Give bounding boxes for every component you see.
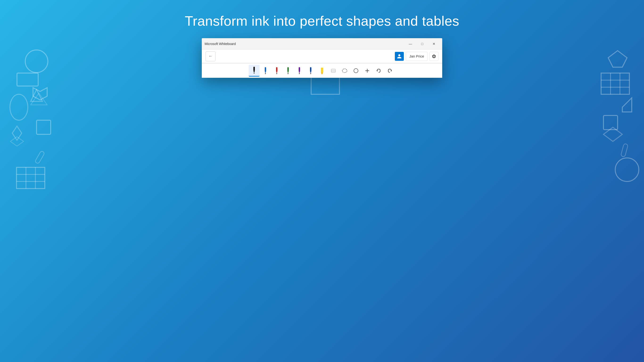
bottom-toolbar — [202, 63, 442, 78]
svg-marker-85 — [276, 72, 278, 73]
minimize-button[interactable]: — — [405, 40, 416, 48]
user-avatar-button[interactable] — [395, 52, 404, 61]
svg-marker-3 — [31, 93, 47, 105]
svg-marker-82 — [265, 72, 266, 73]
svg-marker-22 — [622, 98, 632, 112]
gear-icon — [432, 54, 436, 59]
svg-rect-81 — [265, 67, 266, 72]
pen-darkblue-button[interactable] — [305, 65, 316, 76]
eraser-button[interactable] — [328, 65, 339, 76]
svg-marker-7 — [12, 126, 22, 140]
svg-rect-84 — [276, 67, 278, 72]
toolbar-left: ← — [206, 52, 216, 61]
select-button[interactable] — [350, 65, 361, 76]
window-controls: — □ ✕ — [405, 40, 440, 48]
app-window: Microsoft Whiteboard — □ ✕ ← Jan Price — [202, 38, 442, 78]
svg-rect-89 — [288, 73, 288, 74]
svg-rect-86 — [276, 73, 277, 74]
user-icon — [397, 54, 402, 59]
toolbar-top: ← Jan Price — [202, 50, 442, 63]
svg-point-26 — [615, 158, 639, 182]
svg-rect-98 — [331, 69, 336, 72]
svg-marker-24 — [604, 127, 622, 142]
svg-marker-4 — [33, 88, 47, 100]
svg-rect-1 — [17, 73, 38, 86]
toolbar-right: Jan Price — [395, 52, 438, 61]
settings-button[interactable] — [430, 52, 438, 61]
svg-marker-97 — [321, 72, 323, 74]
add-button[interactable] — [362, 65, 373, 76]
close-button[interactable]: ✕ — [428, 40, 440, 48]
pen-green-button[interactable] — [283, 65, 294, 76]
svg-point-5 — [10, 94, 28, 120]
pen-red-button[interactable] — [271, 65, 282, 76]
svg-rect-92 — [299, 73, 300, 74]
maximize-button[interactable]: □ — [417, 40, 428, 48]
svg-rect-87 — [287, 67, 289, 72]
app-content: ← Jan Price — [202, 50, 442, 78]
undo-button[interactable] — [373, 65, 384, 76]
svg-rect-83 — [265, 73, 266, 74]
svg-rect-10 — [16, 167, 45, 188]
svg-rect-17 — [601, 73, 630, 94]
svg-marker-88 — [287, 72, 289, 73]
svg-marker-15 — [608, 51, 627, 67]
pen-blue-button[interactable] — [260, 65, 271, 76]
svg-rect-25 — [621, 144, 628, 157]
window-title: Microsoft Whiteboard — [204, 42, 236, 46]
redo-button[interactable] — [384, 65, 395, 76]
svg-rect-96 — [321, 68, 323, 72]
svg-rect-93 — [310, 67, 312, 72]
svg-rect-95 — [310, 73, 311, 74]
svg-point-0 — [25, 50, 48, 72]
svg-rect-6 — [36, 120, 51, 134]
back-button[interactable]: ← — [206, 52, 216, 61]
svg-rect-9 — [35, 150, 45, 164]
svg-point-101 — [354, 68, 358, 73]
svg-marker-91 — [299, 72, 300, 73]
svg-rect-90 — [299, 67, 300, 72]
pen-purple-button[interactable] — [294, 65, 305, 76]
svg-marker-94 — [310, 72, 312, 73]
svg-marker-2 — [31, 90, 42, 101]
svg-marker-8 — [10, 137, 24, 146]
page-title: Transform ink into perfect shapes and ta… — [185, 13, 459, 29]
user-name-button[interactable]: Jan Price — [406, 52, 428, 61]
svg-marker-79 — [254, 71, 255, 73]
svg-rect-80 — [254, 73, 254, 74]
highlighter-yellow-button[interactable] — [316, 65, 328, 76]
lasso-button[interactable] — [339, 65, 350, 76]
svg-rect-23 — [604, 116, 618, 130]
svg-point-100 — [342, 69, 347, 72]
back-icon: ← — [208, 54, 212, 59]
title-bar: Microsoft Whiteboard — □ ✕ — [202, 38, 442, 50]
pen-black-button[interactable] — [249, 65, 260, 76]
svg-rect-78 — [254, 67, 255, 71]
